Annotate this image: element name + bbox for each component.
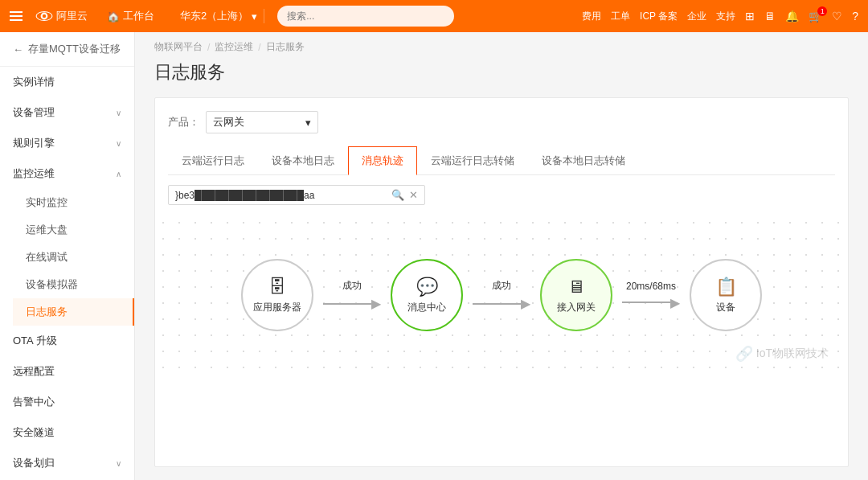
sidebar-item-secure-tunnel[interactable]: 安全隧道 — [0, 417, 134, 448]
monitor-ops-submenu: 实时监控 运维大盘 在线调试 设备模拟器 日志服务 — [0, 189, 134, 326]
flow-arrow-1: 成功 ▶ — [313, 279, 391, 311]
home-icon: 🏠 — [107, 10, 120, 23]
fee-link[interactable]: 费用 — [582, 10, 601, 23]
sidebar-item-device-division[interactable]: 设备划归 ∨ — [0, 448, 134, 478]
sidebar-item-rule-engine[interactable]: 规则引擎 ∨ — [0, 128, 134, 158]
sidebar: ← 存量MQTT设备迁移 实例详情 设备管理 ∨ 规则引擎 ∨ 监控运维 ∧ 实… — [0, 32, 135, 480]
app-server-circle: 🗄 应用服务器 — [241, 259, 313, 331]
flow-node-message-center: 💬 消息中心 — [391, 259, 463, 331]
search-input[interactable] — [175, 190, 391, 201]
flow-diagram-area: 🗄 应用服务器 成功 ▶ — [155, 215, 848, 375]
ticket-link[interactable]: 工单 — [611, 10, 630, 23]
breadcrumb-monitor-ops[interactable]: 监控运维 — [215, 40, 253, 54]
sidebar-item-realtime-monitor[interactable]: 实时监控 — [13, 189, 134, 216]
icp-link[interactable]: ICP 备案 — [640, 10, 678, 23]
search-icon[interactable]: 🔍 — [391, 189, 404, 201]
sidebar-item-alert-center[interactable]: 告警中心 — [0, 387, 134, 417]
menu-icon[interactable] — [10, 11, 23, 21]
ota-upgrade-label: OTA 升级 — [13, 334, 57, 348]
content-card: 产品： 云网关 ▾ 云端运行日志 设备本地日志 消息轨迹 — [154, 97, 849, 467]
app-layout: ← 存量MQTT设备迁移 实例详情 设备管理 ∨ 规则引擎 ∨ 监控运维 ∧ 实… — [0, 32, 868, 480]
chevron-down-icon: ∨ — [116, 139, 121, 148]
app-server-icon: 🗄 — [268, 277, 286, 297]
page-header: 日志服务 — [135, 54, 868, 97]
flow-arrow-2: 成功 ▶ — [463, 279, 540, 311]
monitor-ops-label: 监控运维 — [13, 166, 55, 181]
sidebar-item-device-mgmt[interactable]: 设备管理 ∨ — [0, 97, 134, 128]
breadcrumb-iot-platform[interactable]: 物联网平台 — [154, 40, 203, 54]
arrow-2-line: ▶ — [473, 296, 530, 311]
arrow-3-dash — [622, 302, 670, 303]
device-mgmt-label: 设备管理 — [13, 105, 55, 120]
screen-icon[interactable]: 🖥 — [764, 10, 776, 23]
sidebar-item-online-debug[interactable]: 在线调试 — [13, 244, 134, 271]
sidebar-item-ops-dashboard[interactable]: 运维大盘 — [13, 216, 134, 244]
device-icon: 📋 — [715, 277, 737, 297]
product-select[interactable]: 云网关 ▾ — [206, 111, 318, 133]
back-arrow-icon: ← — [13, 43, 23, 55]
flow-node-device: 📋 设备 — [690, 259, 762, 331]
breadcrumb: 物联网平台 / 监控运维 / 日志服务 — [135, 32, 868, 54]
flow-node-app-server: 🗄 应用服务器 — [241, 259, 313, 331]
sidebar-item-log-service[interactable]: 日志服务 — [13, 298, 134, 326]
gift-icon[interactable]: ♡ — [832, 10, 842, 23]
message-center-icon: 💬 — [416, 277, 438, 297]
access-gateway-icon: 🖥 — [567, 277, 585, 297]
logo-icon — [35, 7, 53, 25]
tab-cloud-run-log-transfer[interactable]: 云端运行日志转储 — [417, 146, 528, 175]
tab-device-local-log-transfer[interactable]: 设备本地日志转储 — [528, 146, 639, 175]
region-selector[interactable]: 华东2（上海） ▾ — [174, 9, 264, 23]
arrow-3-label: 20ms/68ms — [626, 281, 676, 292]
card-top: 产品： 云网关 ▾ 云端运行日志 设备本地日志 消息轨迹 — [155, 98, 848, 175]
help-icon[interactable]: ? — [852, 10, 858, 23]
breadcrumb-current: 日志服务 — [266, 40, 305, 54]
chevron-up-icon: ∧ — [116, 170, 121, 178]
arrow-1-line: ▶ — [323, 296, 381, 311]
sidebar-back-label: 存量MQTT设备迁移 — [28, 42, 121, 56]
workbench-label: 工作台 — [123, 9, 154, 23]
product-row: 产品： 云网关 ▾ — [168, 111, 835, 133]
remote-config-label: 远程配置 — [13, 364, 55, 379]
realtime-monitor-label: 实时监控 — [26, 195, 68, 210]
enterprise-link[interactable]: 企业 — [687, 10, 706, 23]
workbench-button[interactable]: 🏠 工作台 — [100, 9, 161, 23]
tab-device-local-log[interactable]: 设备本地日志 — [258, 146, 348, 175]
alert-center-label: 告警中心 — [13, 395, 55, 409]
tab-cloud-run-log[interactable]: 云端运行日志 — [168, 146, 258, 175]
sidebar-item-device-simulator[interactable]: 设备模拟器 — [13, 271, 134, 298]
arrow-3-head: ▶ — [670, 295, 680, 310]
sidebar-back-button[interactable]: ← 存量MQTT设备迁移 — [0, 32, 134, 67]
search-input[interactable] — [277, 6, 454, 27]
ops-dashboard-label: 运维大盘 — [26, 223, 68, 237]
arrow-3-line: ▶ — [622, 295, 680, 310]
device-circle: 📋 设备 — [690, 259, 762, 331]
instance-detail-label: 实例详情 — [13, 75, 55, 89]
search-row: 🔍 ✕ — [155, 175, 848, 215]
breadcrumb-sep-1: / — [207, 42, 210, 53]
chevron-down-icon: ∨ — [116, 109, 121, 117]
sidebar-item-instance-detail[interactable]: 实例详情 — [0, 67, 134, 97]
tab-message-trace[interactable]: 消息轨迹 — [348, 146, 417, 175]
arrow-2-dash — [473, 303, 521, 305]
sidebar-item-monitor-ops[interactable]: 监控运维 ∧ — [0, 158, 134, 189]
secure-tunnel-label: 安全隧道 — [13, 425, 55, 440]
sidebar-item-ota-upgrade[interactable]: OTA 升级 — [0, 326, 134, 356]
bell-icon[interactable]: 🔔 — [785, 10, 799, 23]
arrow-1-head: ▶ — [371, 296, 381, 311]
cart-icon[interactable]: 🛒1 — [809, 10, 822, 23]
tab-bar: 云端运行日志 设备本地日志 消息轨迹 云端运行日志转储 设备本地日志转储 — [168, 146, 835, 175]
arrow-2-head: ▶ — [521, 296, 530, 311]
device-label: 设备 — [716, 301, 735, 314]
flow-arrow-3: 20ms/68ms ▶ — [612, 281, 690, 310]
sidebar-item-remote-config[interactable]: 远程配置 — [0, 356, 134, 387]
breadcrumb-sep-2: / — [258, 42, 260, 53]
search-icons: 🔍 ✕ — [391, 189, 418, 201]
clear-icon[interactable]: ✕ — [409, 189, 418, 201]
message-center-label: 消息中心 — [407, 301, 446, 314]
apps-icon[interactable]: ⊞ — [745, 10, 755, 23]
device-division-label: 设备划归 — [13, 456, 55, 470]
main-content: 物联网平台 / 监控运维 / 日志服务 日志服务 产品： 云网关 ▾ — [135, 32, 868, 480]
product-select-value: 云网关 — [213, 115, 301, 129]
product-label: 产品： — [168, 115, 199, 129]
support-link[interactable]: 支持 — [716, 10, 735, 23]
